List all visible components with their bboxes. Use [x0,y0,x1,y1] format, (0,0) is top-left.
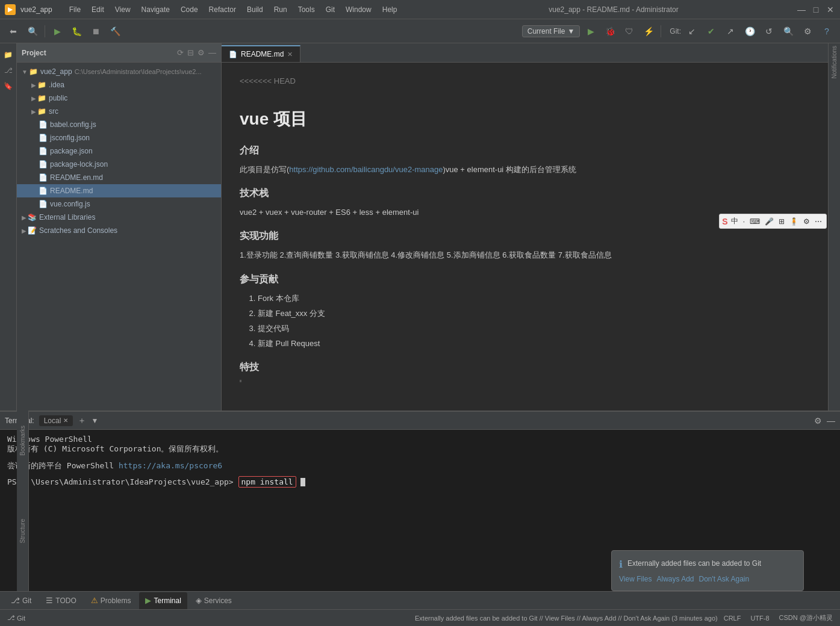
panel-settings-icon[interactable]: ⚙ [198,48,205,57]
debug-config-button[interactable]: 🐞 [602,23,618,40]
forward-icon[interactable]: 🔍 [24,23,41,40]
run-config-button[interactable]: ▶ [582,23,599,40]
menu-git[interactable]: Git [321,4,340,15]
notifications-label[interactable]: Notifications [831,46,838,78]
src-arrow-icon: ▶ [31,108,36,115]
tab-problems[interactable]: ⚠ Problems [85,592,137,609]
current-file-button[interactable]: Current File ▼ [522,25,580,37]
debug-button[interactable]: 🐛 [68,23,85,40]
tree-item-public[interactable]: ▶ 📁 public [17,91,221,105]
stop-button[interactable]: ⏹ [87,23,104,40]
menu-build[interactable]: Build [242,4,268,15]
commit-icon[interactable]: ⎇ [2,64,15,77]
pscore-link[interactable]: https://aka.ms/pscore6 [119,461,222,470]
search-everywhere-button[interactable]: 🔍 [780,23,797,40]
menu-edit[interactable]: Edit [87,4,109,15]
structure-sidebar: Structure [17,471,29,591]
menu-file[interactable]: File [64,4,86,15]
notif-always-add[interactable]: Always Add [656,575,694,583]
structure-label[interactable]: Structure [19,519,26,544]
minimize-button[interactable]: — [797,5,806,14]
git-checkmark-icon[interactable]: ✔ [703,23,720,40]
menu-navigate[interactable]: Navigate [137,4,175,15]
terminal-local-tab[interactable]: Local ✕ [39,415,73,426]
menu-window[interactable]: Window [341,4,376,15]
tree-root[interactable]: ▼ 📁 vue2_app C:\Users\Administrator\Idea… [17,65,221,78]
run-button[interactable]: ▶ [49,23,66,40]
panel-minimize-icon[interactable]: — [208,48,216,57]
ime-table-icon[interactable]: ⊞ [777,217,786,226]
tree-item-babel[interactable]: 📄 babel.config.js [17,118,221,131]
settings-button[interactable]: ⚙ [799,23,816,40]
crlf-status[interactable]: CRLF [721,615,744,622]
tab-todo[interactable]: ☰ TODO [40,592,82,609]
tab-close-icon[interactable]: ✕ [287,51,293,58]
status-message: Externally added files can be added to G… [415,615,718,622]
readme-file-icon: 📄 [39,187,48,195]
tree-item-external[interactable]: ▶ 📚 External Libraries [17,211,221,224]
menu-tools[interactable]: Tools [293,4,320,15]
ime-mic-icon[interactable]: 🎤 [763,217,776,226]
ime-keyboard-icon[interactable]: ⌨ [748,217,762,226]
terminal-settings-icon[interactable]: ⚙ [814,416,822,426]
tree-item-scratches[interactable]: ▶ 📝 Scratches and Consoles [17,224,221,237]
close-button[interactable]: ✕ [826,5,835,14]
terminal-tab-close-icon[interactable]: ✕ [63,417,68,424]
ime-toolbar: S 中 · ⌨ 🎤 ⊞ 🧍 ⚙ ⋯ [719,214,827,229]
intro-text: 此项目是仿写(https://github.com/bailicangdu/vu… [240,163,810,176]
back-icon[interactable]: ⬅ [5,23,22,40]
build-button[interactable]: 🔨 [107,23,123,40]
collapse-icon[interactable]: ⊟ [187,48,194,57]
menu-view[interactable]: View [110,4,135,15]
menu-run[interactable]: Run [269,4,292,15]
notification-popup: ℹ Externally added files can be added to… [611,550,804,591]
tree-item-vue-config[interactable]: 📄 vue.config.js [17,197,221,211]
ime-settings-icon[interactable]: ⚙ [801,217,812,226]
git-status-item[interactable]: ⎇ Git [5,614,28,622]
section-features-heading: 实现功能 [240,228,810,244]
tree-item-package-lock[interactable]: 📄 package-lock.json [17,158,221,171]
tab-git[interactable]: ⎇ Git [5,592,37,609]
terminal-line-powershell: Windows PowerShell [7,435,833,444]
notif-view-files[interactable]: View Files [619,575,652,583]
menu-code[interactable]: Code [176,4,203,15]
tab-terminal[interactable]: ▶ Terminal [139,592,187,609]
coverage-button[interactable]: 🛡 [621,23,638,40]
bookmarks-label[interactable]: Bookmarks [19,426,26,456]
ime-person-icon[interactable]: 🧍 [788,217,800,226]
profile-button[interactable]: ⚡ [640,23,657,40]
tree-item-readme[interactable]: 📄 README.md [17,184,221,197]
intro-link[interactable]: https://github.com/bailicangdu/vue2-mana… [289,165,443,174]
ime-chinese-icon[interactable]: 中 [729,215,740,227]
terminal-add-button[interactable]: ＋ [78,415,86,426]
git-revert-icon[interactable]: ↺ [761,23,777,40]
terminal-header: Terminal: Local ✕ ＋ ▼ ⚙ — [0,412,840,430]
readme-label: README.md [50,187,93,195]
sync-icon[interactable]: ⟳ [177,48,184,57]
tree-item-src[interactable]: ▶ 📁 src [17,105,221,118]
tree-item-readme-en[interactable]: 📄 README.en.md [17,171,221,184]
help-button[interactable]: ? [818,23,835,40]
tree-item-package[interactable]: 📄 package.json [17,144,221,158]
tab-services[interactable]: ◈ Services [190,592,238,609]
idea-arrow-icon: ▶ [31,82,36,88]
git-push-icon[interactable]: ↗ [722,23,739,40]
git-update-icon[interactable]: ↙ [683,23,700,40]
terminal-dropdown-icon[interactable]: ▼ [91,417,98,425]
tree-item-idea[interactable]: ▶ 📁 .idea [17,78,221,91]
menu-help[interactable]: Help [378,4,402,15]
services-tab-icon: ◈ [196,596,202,605]
notif-dont-ask[interactable]: Don't Ask Again [699,575,750,583]
bookmark-icon[interactable]: 🔖 [2,79,15,93]
tree-item-jsconfig[interactable]: 📄 jsconfig.json [17,131,221,144]
git-history-icon[interactable]: 🕐 [741,23,758,40]
tab-readme[interactable]: 📄 README.md ✕ [222,45,300,62]
project-icon[interactable]: 📁 [2,48,15,61]
terminal-close-icon[interactable]: — [827,416,835,426]
ime-dot-icon[interactable]: · [741,217,747,226]
idea-folder-icon: 📁 [37,81,46,89]
maximize-button[interactable]: □ [811,5,821,14]
ime-more-icon[interactable]: ⋯ [813,217,824,226]
encoding-status[interactable]: UTF-8 [748,615,771,622]
menu-refactor[interactable]: Refactor [204,4,241,15]
